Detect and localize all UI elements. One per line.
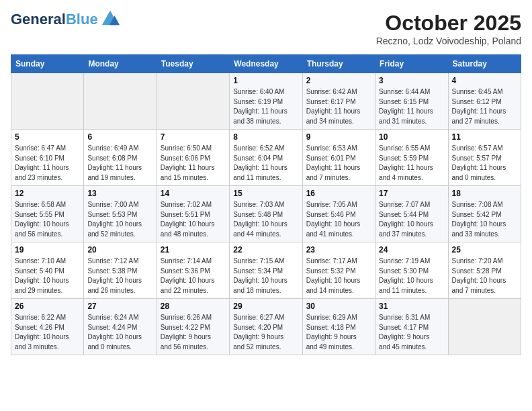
day-info: Sunrise: 7:17 AM Sunset: 5:32 PM Dayligh… <box>306 257 371 295</box>
calendar-cell: 27Sunrise: 6:24 AM Sunset: 4:24 PM Dayli… <box>84 299 157 355</box>
calendar-cell: 5Sunrise: 6:47 AM Sunset: 6:10 PM Daylig… <box>11 130 84 186</box>
weekday-header: Wednesday <box>230 55 302 73</box>
page-header: GeneralBlue October 2025 Reczno, Lodz Vo… <box>11 11 521 46</box>
day-number: 26 <box>15 302 80 311</box>
day-number: 19 <box>15 245 80 255</box>
day-info: Sunrise: 6:29 AM Sunset: 4:18 PM Dayligh… <box>306 313 371 352</box>
calendar-cell: 19Sunrise: 7:10 AM Sunset: 5:40 PM Dayli… <box>11 242 84 299</box>
calendar-cell: 21Sunrise: 7:14 AM Sunset: 5:36 PM Dayli… <box>157 242 229 299</box>
calendar-cell <box>84 73 157 130</box>
calendar-cell: 4Sunrise: 6:45 AM Sunset: 6:12 PM Daylig… <box>448 73 521 130</box>
month-title: October 2025 <box>376 11 521 36</box>
calendar-cell: 2Sunrise: 6:42 AM Sunset: 6:17 PM Daylig… <box>302 73 375 130</box>
calendar-cell: 15Sunrise: 7:03 AM Sunset: 5:48 PM Dayli… <box>230 186 302 242</box>
day-number: 12 <box>15 189 80 198</box>
calendar-week-row: 12Sunrise: 6:58 AM Sunset: 5:55 PM Dayli… <box>11 186 521 242</box>
calendar-week-row: 1Sunrise: 6:40 AM Sunset: 6:19 PM Daylig… <box>11 73 521 130</box>
calendar-cell: 26Sunrise: 6:22 AM Sunset: 4:26 PM Dayli… <box>11 299 84 355</box>
calendar-cell: 20Sunrise: 7:12 AM Sunset: 5:38 PM Dayli… <box>84 242 157 299</box>
calendar-week-row: 5Sunrise: 6:47 AM Sunset: 6:10 PM Daylig… <box>11 130 521 186</box>
day-info: Sunrise: 7:08 AM Sunset: 5:42 PM Dayligh… <box>452 200 517 239</box>
calendar-cell: 29Sunrise: 6:27 AM Sunset: 4:20 PM Dayli… <box>230 299 302 355</box>
day-info: Sunrise: 7:10 AM Sunset: 5:40 PM Dayligh… <box>15 257 80 295</box>
day-info: Sunrise: 6:47 AM Sunset: 6:10 PM Dayligh… <box>15 144 80 183</box>
day-number: 2 <box>306 76 371 85</box>
calendar-week-row: 26Sunrise: 6:22 AM Sunset: 4:26 PM Dayli… <box>11 299 521 355</box>
calendar-cell: 24Sunrise: 7:19 AM Sunset: 5:30 PM Dayli… <box>375 242 448 299</box>
day-number: 3 <box>379 76 444 85</box>
day-number: 27 <box>87 302 152 311</box>
calendar-cell: 22Sunrise: 7:15 AM Sunset: 5:34 PM Dayli… <box>230 242 302 299</box>
day-info: Sunrise: 7:15 AM Sunset: 5:34 PM Dayligh… <box>233 257 298 295</box>
day-number: 28 <box>161 302 226 311</box>
day-info: Sunrise: 6:52 AM Sunset: 6:04 PM Dayligh… <box>233 144 298 183</box>
day-number: 18 <box>452 189 517 198</box>
day-number: 14 <box>161 189 226 198</box>
day-number: 16 <box>306 189 371 198</box>
calendar-cell: 7Sunrise: 6:50 AM Sunset: 6:06 PM Daylig… <box>157 130 229 186</box>
day-info: Sunrise: 7:14 AM Sunset: 5:36 PM Dayligh… <box>161 257 226 295</box>
day-number: 31 <box>379 302 444 311</box>
day-info: Sunrise: 6:58 AM Sunset: 5:55 PM Dayligh… <box>15 200 80 239</box>
calendar-cell: 14Sunrise: 7:02 AM Sunset: 5:51 PM Dayli… <box>157 186 229 242</box>
day-info: Sunrise: 7:05 AM Sunset: 5:46 PM Dayligh… <box>306 200 371 239</box>
calendar-cell: 11Sunrise: 6:57 AM Sunset: 5:57 PM Dayli… <box>448 130 521 186</box>
calendar-week-row: 19Sunrise: 7:10 AM Sunset: 5:40 PM Dayli… <box>11 242 521 299</box>
day-number: 7 <box>161 132 226 142</box>
day-number: 1 <box>233 76 298 85</box>
calendar-cell: 17Sunrise: 7:07 AM Sunset: 5:44 PM Dayli… <box>375 186 448 242</box>
day-number: 8 <box>233 132 298 142</box>
day-info: Sunrise: 6:57 AM Sunset: 5:57 PM Dayligh… <box>452 144 517 183</box>
weekday-header: Thursday <box>302 55 375 73</box>
calendar-cell: 6Sunrise: 6:49 AM Sunset: 6:08 PM Daylig… <box>84 130 157 186</box>
day-number: 5 <box>15 132 80 142</box>
weekday-header: Tuesday <box>157 55 229 73</box>
calendar-cell <box>11 73 84 130</box>
day-number: 30 <box>306 302 371 311</box>
day-info: Sunrise: 6:24 AM Sunset: 4:24 PM Dayligh… <box>87 313 152 352</box>
day-number: 17 <box>379 189 444 198</box>
calendar-cell: 12Sunrise: 6:58 AM Sunset: 5:55 PM Dayli… <box>11 186 84 242</box>
calendar-cell <box>157 73 229 130</box>
weekday-header: Sunday <box>11 55 84 73</box>
calendar-cell: 18Sunrise: 7:08 AM Sunset: 5:42 PM Dayli… <box>448 186 521 242</box>
day-info: Sunrise: 6:55 AM Sunset: 5:59 PM Dayligh… <box>379 144 444 183</box>
weekday-header: Friday <box>375 55 448 73</box>
calendar-header-row: SundayMondayTuesdayWednesdayThursdayFrid… <box>11 55 521 73</box>
day-info: Sunrise: 7:19 AM Sunset: 5:30 PM Dayligh… <box>379 257 444 295</box>
day-number: 22 <box>233 245 298 255</box>
calendar-cell: 23Sunrise: 7:17 AM Sunset: 5:32 PM Dayli… <box>302 242 375 299</box>
calendar-cell: 28Sunrise: 6:26 AM Sunset: 4:22 PM Dayli… <box>157 299 229 355</box>
day-info: Sunrise: 6:53 AM Sunset: 6:01 PM Dayligh… <box>306 144 371 183</box>
logo-icon <box>101 9 120 28</box>
day-number: 9 <box>306 132 371 142</box>
calendar-cell <box>448 299 521 355</box>
day-number: 11 <box>452 132 517 142</box>
day-info: Sunrise: 6:26 AM Sunset: 4:22 PM Dayligh… <box>161 313 226 352</box>
day-info: Sunrise: 7:12 AM Sunset: 5:38 PM Dayligh… <box>87 257 152 295</box>
day-info: Sunrise: 7:00 AM Sunset: 5:53 PM Dayligh… <box>87 200 152 239</box>
calendar-cell: 10Sunrise: 6:55 AM Sunset: 5:59 PM Dayli… <box>375 130 448 186</box>
day-number: 4 <box>452 76 517 85</box>
logo: GeneralBlue <box>11 11 120 28</box>
weekday-header: Monday <box>84 55 157 73</box>
day-number: 23 <box>306 245 371 255</box>
day-number: 13 <box>87 189 152 198</box>
day-number: 15 <box>233 189 298 198</box>
calendar-cell: 16Sunrise: 7:05 AM Sunset: 5:46 PM Dayli… <box>302 186 375 242</box>
day-info: Sunrise: 7:20 AM Sunset: 5:28 PM Dayligh… <box>452 257 517 295</box>
day-info: Sunrise: 6:40 AM Sunset: 6:19 PM Dayligh… <box>233 87 298 126</box>
calendar-cell: 9Sunrise: 6:53 AM Sunset: 6:01 PM Daylig… <box>302 130 375 186</box>
day-info: Sunrise: 6:31 AM Sunset: 4:17 PM Dayligh… <box>379 313 444 352</box>
day-number: 21 <box>161 245 226 255</box>
weekday-header: Saturday <box>448 55 521 73</box>
day-info: Sunrise: 6:49 AM Sunset: 6:08 PM Dayligh… <box>87 144 152 183</box>
day-info: Sunrise: 6:27 AM Sunset: 4:20 PM Dayligh… <box>233 313 298 352</box>
calendar-cell: 30Sunrise: 6:29 AM Sunset: 4:18 PM Dayli… <box>302 299 375 355</box>
calendar-cell: 31Sunrise: 6:31 AM Sunset: 4:17 PM Dayli… <box>375 299 448 355</box>
logo-text: GeneralBlue <box>11 11 98 28</box>
title-block: October 2025 Reczno, Lodz Voivodeship, P… <box>376 11 521 46</box>
calendar-cell: 8Sunrise: 6:52 AM Sunset: 6:04 PM Daylig… <box>230 130 302 186</box>
day-info: Sunrise: 6:22 AM Sunset: 4:26 PM Dayligh… <box>15 313 80 352</box>
day-info: Sunrise: 6:45 AM Sunset: 6:12 PM Dayligh… <box>452 87 517 126</box>
